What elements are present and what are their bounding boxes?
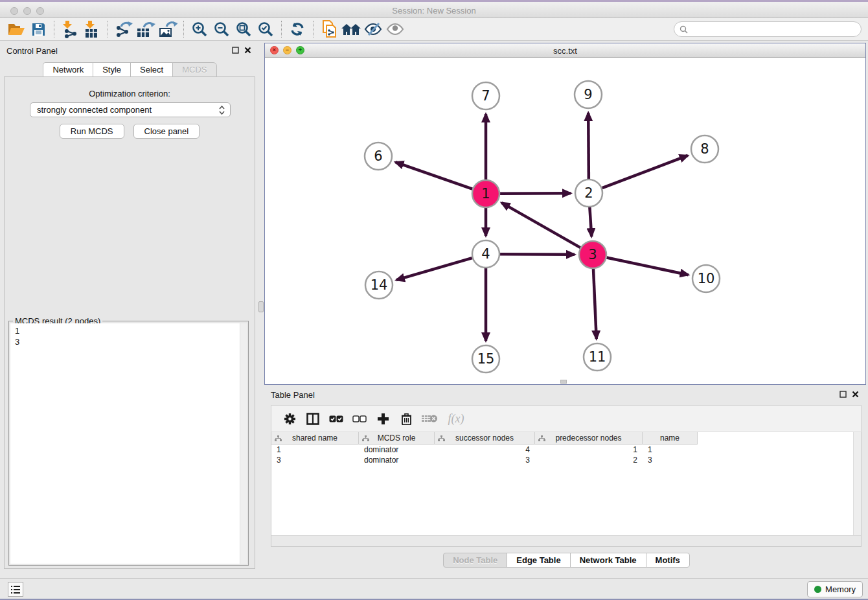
sort-hierarchy-icon <box>275 435 282 444</box>
column-header-shared-name[interactable]: shared name <box>271 432 359 444</box>
tab-node-table[interactable]: Node Table <box>443 553 507 568</box>
table-vscrollbar[interactable] <box>853 432 861 535</box>
edge-2-9[interactable] <box>588 113 589 179</box>
delete-table-button[interactable] <box>418 408 441 429</box>
graph-node-6[interactable]: 6 <box>365 143 392 170</box>
network-graph[interactable]: 7968124314101511 <box>265 58 865 385</box>
graph-node-1[interactable]: 1 <box>472 180 499 207</box>
table-row[interactable]: 3dominator323 <box>271 455 861 465</box>
eye-icon <box>386 23 404 36</box>
graph-node-3[interactable]: 3 <box>579 241 606 268</box>
export-image-button[interactable] <box>157 19 179 39</box>
graph-node-9[interactable]: 9 <box>575 81 602 108</box>
zoom-out-button[interactable] <box>211 19 233 39</box>
float-panel-icon[interactable] <box>232 47 239 54</box>
edge-2-3[interactable] <box>589 207 591 237</box>
run-mcds-button[interactable]: Run MCDS <box>60 124 124 139</box>
table-hscrollbar[interactable] <box>271 535 861 546</box>
zoom-selected-button[interactable] <box>255 19 277 39</box>
task-history-button[interactable] <box>8 582 23 597</box>
import-network-button[interactable] <box>59 19 81 39</box>
table-cell[interactable]: 3 <box>271 455 359 465</box>
result-scrollbar[interactable] <box>240 323 247 564</box>
tab-mcds[interactable]: MCDS <box>172 62 216 77</box>
home-view-button[interactable] <box>340 19 362 39</box>
app-titlebar: Session: New Session <box>0 0 868 18</box>
graph-node-4[interactable]: 4 <box>472 240 499 268</box>
graph-node-7[interactable]: 7 <box>472 82 499 110</box>
float-panel-icon[interactable] <box>839 391 847 398</box>
network-canvas[interactable]: 7968124314101511 <box>265 58 865 384</box>
select-all-button[interactable] <box>325 408 348 429</box>
table-cell[interactable]: 1 <box>643 444 698 455</box>
close-panel-button[interactable]: Close panel <box>133 124 200 139</box>
memory-button[interactable]: Memory <box>807 581 863 597</box>
status-bar: Memory <box>0 578 868 600</box>
export-network-button[interactable] <box>113 19 135 39</box>
copy-network-button[interactable] <box>318 19 340 39</box>
edge-3-11[interactable] <box>593 269 597 339</box>
table-cell[interactable]: dominator <box>359 455 435 465</box>
add-column-button[interactable] <box>371 408 394 429</box>
graph-node-11[interactable]: 11 <box>584 343 611 371</box>
column-header-successor-nodes[interactable]: successor nodes <box>435 432 535 444</box>
graph-node-10[interactable]: 10 <box>692 265 720 292</box>
table-cell[interactable]: 1 <box>535 444 643 455</box>
tab-select[interactable]: Select <box>130 62 173 77</box>
table-cell[interactable]: 3 <box>643 455 698 465</box>
open-file-button[interactable] <box>5 19 27 39</box>
hide-selected-button[interactable] <box>362 19 384 39</box>
close-panel-icon[interactable] <box>852 391 859 398</box>
edge-1-6[interactable] <box>395 162 472 189</box>
column-header-name[interactable]: name <box>643 432 698 444</box>
graph-node-14[interactable]: 14 <box>365 271 393 299</box>
tab-edge-table[interactable]: Edge Table <box>507 553 570 568</box>
table-settings-button[interactable] <box>278 408 301 429</box>
network-window-titlebar[interactable]: × − + scc.txt <box>265 43 865 58</box>
search-field[interactable] <box>674 21 862 37</box>
table-row[interactable]: 1dominator411 <box>271 444 861 455</box>
mcds-result-list[interactable]: 1 3 <box>10 323 247 564</box>
close-panel-icon[interactable] <box>244 47 251 54</box>
column-header-predecessor-nodes[interactable]: predecessor nodes <box>535 432 643 444</box>
delete-column-button[interactable] <box>394 408 418 429</box>
delete-table-icon <box>421 413 438 424</box>
search-input[interactable] <box>691 25 861 34</box>
table-cell[interactable]: 2 <box>535 455 643 465</box>
canvas-hscroll-thumb[interactable] <box>560 380 567 384</box>
edge-3-10[interactable] <box>607 258 689 275</box>
svg-text:8: 8 <box>700 141 709 157</box>
tab-style[interactable]: Style <box>93 62 131 77</box>
table-cell[interactable]: 3 <box>435 455 535 465</box>
table-cell[interactable]: 4 <box>435 444 535 455</box>
edge-1-2[interactable] <box>500 193 571 194</box>
function-builder-button[interactable]: f(x) <box>441 408 471 429</box>
edge-2-8[interactable] <box>602 156 688 188</box>
export-table-button[interactable] <box>135 19 157 39</box>
node-table[interactable]: shared nameMCDS rolesuccessor nodesprede… <box>271 432 862 547</box>
export-table-icon <box>136 21 155 38</box>
deselect-all-button[interactable] <box>348 408 371 429</box>
edge-3-1[interactable] <box>501 203 580 248</box>
graph-node-8[interactable]: 8 <box>691 135 718 163</box>
optimization-criterion-select[interactable]: strongly connected component <box>30 102 231 117</box>
splitter-grip[interactable] <box>258 301 264 312</box>
show-all-button[interactable] <box>384 19 406 39</box>
gear-icon <box>284 413 296 425</box>
show-columns-button[interactable] <box>301 408 325 429</box>
table-cell[interactable]: dominator <box>359 444 435 455</box>
tab-motifs[interactable]: Motifs <box>646 553 690 568</box>
graph-node-2[interactable]: 2 <box>575 179 602 207</box>
tab-network-table[interactable]: Network Table <box>570 553 646 568</box>
import-table-button[interactable] <box>81 19 103 39</box>
column-header-MCDS-role[interactable]: MCDS role <box>359 432 435 444</box>
zoom-in-button[interactable] <box>188 19 211 39</box>
tab-network[interactable]: Network <box>43 62 93 77</box>
edge-4-14[interactable] <box>396 258 472 280</box>
refresh-view-button[interactable] <box>286 19 308 39</box>
edge-4-3[interactable] <box>500 254 575 255</box>
zoom-fit-button[interactable] <box>233 19 255 39</box>
save-session-button[interactable] <box>27 19 49 39</box>
table-cell[interactable]: 1 <box>271 444 359 455</box>
graph-node-15[interactable]: 15 <box>472 345 499 373</box>
